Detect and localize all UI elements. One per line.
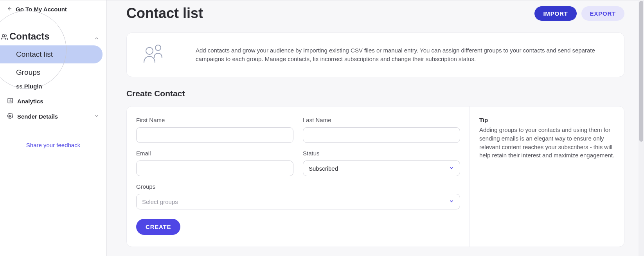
email-label: Email (136, 150, 293, 157)
status-label: Status (303, 150, 460, 157)
create-contact-title: Create Contact (126, 89, 624, 98)
groups-label: Groups (136, 183, 460, 190)
sidebar-item-contacts[interactable]: Contacts (9, 31, 50, 42)
people-icon (1, 34, 8, 42)
analytics-icon (7, 97, 13, 105)
scrollbar-thumb[interactable] (639, 1, 643, 142)
create-contact-card: First Name Last Name Email Status (126, 106, 624, 247)
go-back-label: Go To My Account (16, 6, 67, 13)
chevron-up-icon[interactable] (94, 36, 99, 43)
svg-point-1 (2, 34, 5, 37)
chevron-down-icon (94, 113, 99, 120)
gear-icon (7, 113, 13, 120)
info-card: Add contacts and grow your audience by i… (126, 32, 624, 77)
status-select[interactable]: Subscribed (303, 160, 460, 176)
arrow-left-icon (7, 6, 13, 13)
chevron-down-icon (449, 165, 454, 172)
analytics-label: Analytics (17, 98, 43, 105)
sidebar: Go To My Account Contacts Contact list G… (0, 0, 107, 256)
export-button[interactable]: EXPORT (581, 6, 624, 21)
main-content: Contact list IMPORT EXPORT Add contacts … (107, 0, 644, 256)
contacts-illustration-icon (141, 43, 168, 67)
create-button[interactable]: CREATE (136, 219, 180, 235)
go-to-my-account-link[interactable]: Go To My Account (0, 6, 106, 13)
groups-select[interactable]: Select groups (136, 194, 460, 209)
status-value: Subscribed (309, 165, 338, 172)
svg-point-7 (146, 47, 153, 54)
last-name-label: Last Name (303, 117, 460, 123)
sidebar-item-plugin[interactable]: ss Plugin (0, 79, 106, 94)
first-name-input[interactable] (136, 127, 293, 143)
sidebar-item-analytics[interactable]: Analytics (0, 94, 106, 109)
tip-text: Adding groups to your contacts and using… (479, 126, 615, 160)
sender-details-label: Sender Details (17, 113, 58, 120)
svg-point-8 (155, 45, 161, 50)
page-title: Contact list (126, 5, 203, 22)
import-button[interactable]: IMPORT (534, 6, 576, 21)
info-text: Add contacts and grow your audience by i… (196, 46, 610, 63)
groups-placeholder: Select groups (142, 198, 178, 205)
sidebar-item-sender-details[interactable]: Sender Details (0, 109, 106, 124)
email-input[interactable] (136, 160, 293, 176)
tip-title: Tip (479, 117, 615, 123)
scrollbar[interactable] (639, 0, 644, 256)
chevron-down-icon (449, 198, 454, 205)
share-feedback-link[interactable]: Share your feedback (12, 133, 95, 148)
first-name-label: First Name (136, 117, 293, 123)
svg-point-6 (9, 115, 11, 117)
sidebar-item-contact-list[interactable]: Contact list (0, 45, 103, 63)
last-name-input[interactable] (303, 127, 460, 143)
